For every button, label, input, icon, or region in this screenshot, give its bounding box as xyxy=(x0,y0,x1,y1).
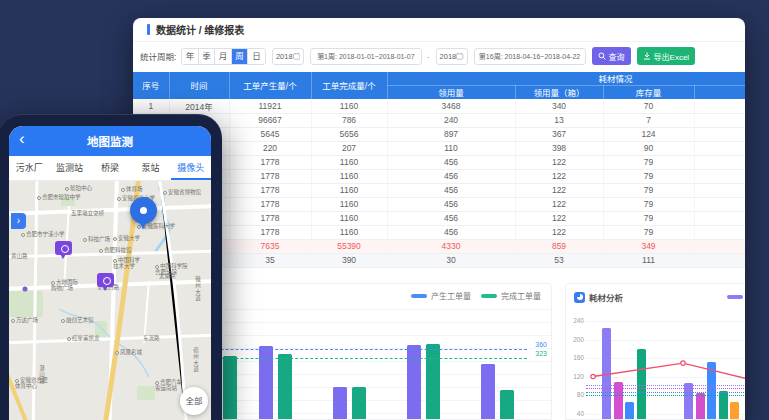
poi-icon xyxy=(115,351,119,355)
reference-line xyxy=(586,388,745,389)
poi-icon xyxy=(113,237,117,241)
chart-gridline xyxy=(586,321,745,322)
bar xyxy=(730,402,739,420)
map-label: 安徽大学 xyxy=(113,235,140,241)
phone-mockup: ‹ 地图监测 污水厂监测站桥梁泵站摄像头 xyxy=(0,114,222,420)
table-cell: 35 xyxy=(229,253,311,267)
camera-marker[interactable] xyxy=(55,241,72,255)
table-cell: 1778 xyxy=(229,197,311,211)
table-cell: 67 xyxy=(694,197,745,211)
map-label: 太湖路 xyxy=(159,273,176,279)
start-year-select[interactable]: 2018 xyxy=(272,48,304,65)
reference-line-label: 360 xyxy=(535,341,547,348)
map-labels-layer: 琥珀中心合肥市琥珀中学体育场安徽农业大学安徽省博物馆五里墩立交桥合肥市宁溪小学科… xyxy=(9,181,211,420)
table-cell: 110 xyxy=(387,141,515,155)
table-cell: 122 xyxy=(515,183,603,197)
period-option[interactable]: 日 xyxy=(248,49,265,64)
end-week-input[interactable]: 第16周: 2018-04-16~2018-04-22 xyxy=(474,48,586,65)
table-row: 12014年119211160346834070250 xyxy=(133,99,745,113)
poi-icon xyxy=(83,238,87,242)
phone-header: ‹ 地图监测 xyxy=(9,126,211,156)
show-all-button[interactable]: 全部 xyxy=(180,387,208,415)
reference-line xyxy=(586,395,745,396)
magnifier-icon xyxy=(598,52,606,60)
table-header: 序号 时间 工单产生量/个 工单完成量/个 耗材情况 领用量 领用量（箱） 库存… xyxy=(133,72,745,99)
table-cell: 1778 xyxy=(229,169,311,183)
table-cell: 331 xyxy=(694,239,745,253)
period-option[interactable]: 季 xyxy=(199,49,216,64)
total-row: 合计7635553904330859349331 xyxy=(133,239,745,253)
table-cell: 207 xyxy=(311,141,387,155)
table-cell: 220 xyxy=(229,141,311,155)
table-cell: 1 xyxy=(133,99,169,113)
map-label: 宿州大道 xyxy=(193,347,199,373)
map-expand-button[interactable]: › xyxy=(11,213,26,229)
table-cell: 786 xyxy=(311,113,387,127)
download-icon xyxy=(643,52,651,60)
start-year-value: 2018 xyxy=(276,52,293,61)
table-row: 177811604561227967 xyxy=(133,225,745,239)
y-axis-tick: 240 xyxy=(568,317,584,324)
start-week-input[interactable]: 第1周: 2018-01-01~2018-01-07 xyxy=(310,48,422,65)
table-row: 177811604561227967 xyxy=(133,169,745,183)
breadcrumb: 数据统计 / 维修报表 xyxy=(156,22,244,37)
table-cell: 79 xyxy=(603,183,694,197)
table-cell: 456 xyxy=(387,197,515,211)
export-excel-button[interactable]: 导出Excel xyxy=(637,47,696,65)
end-year-select[interactable]: 2018 xyxy=(436,48,468,65)
phone-tab[interactable]: 桥梁 xyxy=(90,156,130,180)
map-view[interactable]: 琥珀中心合肥市琥珀中学体育场安徽农业大学安徽省博物馆五里墩立交桥合肥市宁溪小学科… xyxy=(9,181,211,420)
col-header-created: 工单产生量/个 xyxy=(229,72,311,99)
period-option[interactable]: 年 xyxy=(182,49,199,64)
back-button[interactable]: ‹ xyxy=(19,129,25,149)
map-label: 科技广场 xyxy=(83,236,110,242)
table-cell: 1160 xyxy=(311,225,387,239)
reference-line-label: 323 xyxy=(535,350,547,357)
poi-icon xyxy=(99,249,103,253)
table-cell: 67 xyxy=(694,169,745,183)
table-cell: 1160 xyxy=(311,183,387,197)
map-label: 合肥市琥珀中学 xyxy=(37,194,81,200)
start-week-value: 第1周: 2018-01-01~2018-01-07 xyxy=(317,51,414,61)
phone-page-title: 地图监测 xyxy=(87,133,133,149)
table-cell: 90 xyxy=(603,141,694,155)
subcol-header-1: 领用量 xyxy=(387,85,515,99)
table-cell: 456 xyxy=(387,225,515,239)
period-option[interactable]: 周 xyxy=(232,49,249,64)
breadcrumb-bar: 数据统计 / 维修报表 xyxy=(133,18,745,42)
y-axis-tick: 120 xyxy=(568,373,584,380)
camera-marker[interactable] xyxy=(97,273,114,287)
phone-tab[interactable]: 摄像头 xyxy=(171,156,211,180)
desktop-window: 数据统计 / 维修报表 统计周期: 年季月周日 2018 第1周: 2018-0… xyxy=(133,18,745,420)
query-button[interactable]: 查询 xyxy=(592,47,631,65)
table-cell: 7 xyxy=(603,113,694,127)
poi-icon xyxy=(113,259,117,263)
end-year-value: 2018 xyxy=(440,52,457,61)
range-separator: - xyxy=(427,52,430,61)
table-cell: 1778 xyxy=(229,225,311,239)
table-cell: 79 xyxy=(603,155,694,169)
table-cell: 5656 xyxy=(311,127,387,141)
phone-tab[interactable]: 泵站 xyxy=(130,156,170,180)
table-cell: 67 xyxy=(694,155,745,169)
phone-tab[interactable]: 监测站 xyxy=(49,156,89,180)
table-row: 2202071103989019 xyxy=(133,141,745,155)
map-label: 凤凰名城 xyxy=(115,349,142,355)
table-cell: 456 xyxy=(387,169,515,183)
selected-camera-marker[interactable] xyxy=(130,197,157,224)
map-label: 合肥科技馆 xyxy=(99,247,132,253)
map-label: 大地国际 购物广场 xyxy=(51,279,78,291)
table-cell: 70 xyxy=(603,99,694,113)
map-label: 合肥市宁溪小学 xyxy=(21,231,65,237)
table-cell: 390 xyxy=(311,253,387,267)
table-cell: 67 xyxy=(694,211,745,225)
map-label: 体育场 xyxy=(121,186,143,192)
period-option[interactable]: 月 xyxy=(215,49,232,64)
bar xyxy=(481,364,495,420)
phone-tab[interactable]: 污水厂 xyxy=(9,156,49,180)
table-cell: 398 xyxy=(515,141,603,155)
table-cell: 1160 xyxy=(311,197,387,211)
table-cell: 124 xyxy=(603,127,694,141)
poi-icon xyxy=(51,281,55,285)
bar xyxy=(352,387,366,420)
